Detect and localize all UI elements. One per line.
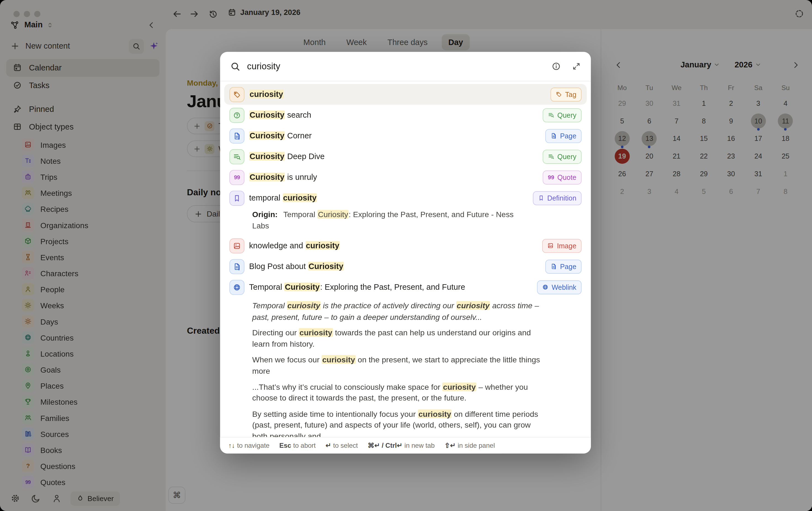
result-title: Curiosity is unruly [249,172,317,182]
weblink-globe-icon [229,279,244,294]
result-title: Temporal Curiosity: Exploring the Past, … [249,283,465,292]
type-badge: Weblink [537,280,582,294]
result-title: Curiosity Corner [249,131,312,141]
search-icon [230,61,240,71]
result-title: curiosity [249,90,284,99]
tag-icon [229,87,244,102]
info-icon[interactable] [551,61,561,71]
hint: ↵to select [325,442,358,450]
result-row[interactable]: temporal curiosity Definition [224,188,586,208]
page-icon [229,128,244,143]
hint: ⌘↵ / Ctrl↵in new tab [368,442,435,450]
shortcut-hints-bar: ↑↓to navigate Escto abort ↵to select ⌘↵ … [220,437,591,454]
result-title: Blog Post about Curiosity [249,262,344,271]
result-snippets: Temporal curiosity is the practice of ac… [224,297,586,437]
search-modal: curiosity curiosity Tag Curiosity search… [220,52,591,454]
bookmark-icon [229,191,244,206]
hint: Escto abort [279,442,316,450]
result-row[interactable]: Curiosity Deep Dive Query [224,146,586,167]
search-results: curiosity Tag Curiosity search Query Cur… [220,81,591,437]
type-badge: Query [543,150,582,163]
search-input[interactable]: curiosity [247,61,280,72]
type-badge: Page [546,259,582,273]
expand-icon[interactable] [572,62,580,71]
page-icon [229,259,244,274]
snippet: ...That’s why it’s crucial to consciousl… [252,381,543,404]
result-row[interactable]: Temporal Curiosity: Exploring the Past, … [224,277,586,297]
type-badge: Tag [551,87,582,101]
snippet: Temporal curiosity is the practice of ac… [252,300,543,322]
snippet: Directing our curiosity towards the past… [252,327,543,349]
result-title: temporal curiosity [249,193,317,203]
type-badge: Image [542,239,582,253]
help-circle-icon [229,107,244,123]
result-meta: Origin: Temporal Curiosity: Exploring th… [224,208,534,235]
app-stage: January 19, 2026 Main New content Calend… [0,0,812,511]
result-title: Curiosity Deep Dive [249,152,325,161]
result-row[interactable]: Curiosity search Query [224,105,586,126]
result-row[interactable]: Blog Post about Curiosity Page [224,256,586,277]
query-icon [229,149,244,164]
type-badge: Definition [533,191,582,205]
result-row[interactable]: 99 Curiosity is unruly 99Quote [224,167,586,188]
app-window: January 19, 2026 Main New content Calend… [0,0,812,511]
type-badge: 99Quote [543,170,582,184]
snippet: By setting aside time to intentionally f… [252,408,543,437]
hint: ↑↓to navigate [228,442,269,450]
quote-icon: 99 [229,169,244,185]
result-title: Curiosity search [249,110,311,120]
type-badge: Query [543,108,582,122]
hint: ⇧↵in side panel [444,442,495,450]
snippet: When we focus our curiosity on the prese… [252,354,543,376]
type-badge: Page [546,129,582,143]
result-row[interactable]: Curiosity Corner Page [224,126,586,146]
result-title: knowledge and curiosity [249,241,340,250]
search-bar: curiosity [220,52,591,81]
result-row[interactable]: curiosity Tag [224,84,586,105]
result-row[interactable]: knowledge and curiosity Image [224,235,586,256]
image-icon [229,238,244,253]
